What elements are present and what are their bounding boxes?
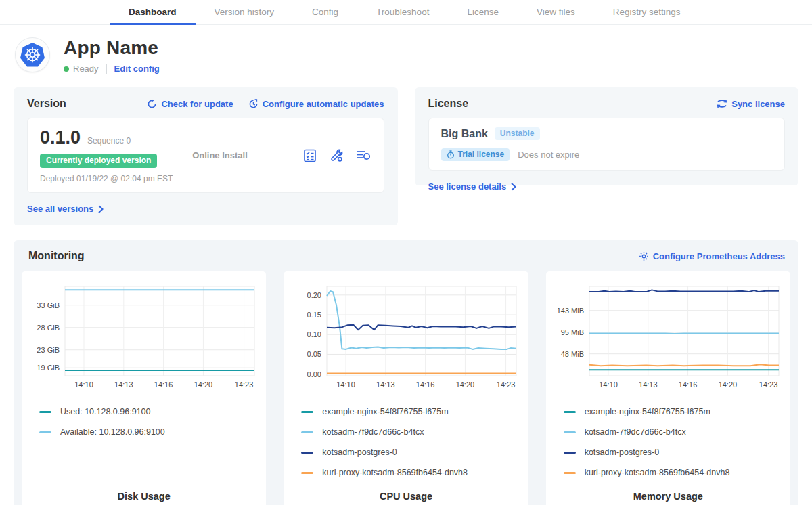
legend-label: kotsadm-postgres-0: [585, 447, 659, 457]
license-panel-title: License: [428, 97, 469, 110]
legend-swatch: [301, 431, 313, 433]
monitoring-title: Monitoring: [28, 250, 85, 262]
edit-config-icon[interactable]: [329, 148, 344, 163]
trial-license-badge: Trial license: [441, 148, 510, 161]
tab-registry-settings[interactable]: Registry settings: [594, 0, 700, 25]
legend-item: kotsadm-postgres-0: [564, 447, 786, 457]
svg-text:143 MiB: 143 MiB: [556, 307, 583, 315]
tab-dashboard[interactable]: Dashboard: [110, 0, 196, 25]
license-assignee: Big Bank: [441, 128, 488, 140]
version-panel: Version Check for update Configure autom…: [14, 87, 398, 225]
chart-title-memory: Memory Usage: [550, 491, 786, 502]
legend-label: kotsadm-postgres-0: [322, 447, 397, 457]
svg-text:14:16: 14:16: [416, 380, 435, 389]
monitoring-panel: Monitoring Configure Prometheus Address …: [14, 240, 798, 505]
sync-license-link[interactable]: Sync license: [717, 99, 785, 109]
svg-text:0.10: 0.10: [307, 330, 321, 338]
disk-usage-chart: 19 GiB23 GiB28 GiB33 GiB14:1014:1314:161…: [26, 280, 262, 397]
license-expiry: Does not expire: [518, 150, 579, 160]
legend-item: kotsadm-7f9dc7d66c-b4tcx: [301, 427, 524, 437]
svg-text:14:13: 14:13: [639, 380, 658, 389]
svg-text:0.15: 0.15: [307, 311, 321, 319]
disk-usage-legend: Used: 10.128.0.96:9100Available: 10.128.…: [39, 407, 262, 447]
svg-text:48 MiB: 48 MiB: [560, 350, 583, 358]
svg-text:0.05: 0.05: [307, 350, 321, 358]
schedule-update-icon: [248, 99, 258, 109]
cpu-usage-chart-card: 0.000.050.100.150.2014:1014:1314:1614:20…: [284, 271, 528, 505]
svg-text:14:20: 14:20: [194, 380, 213, 389]
page-title: App Name: [64, 37, 160, 59]
chart-title-disk: Disk Usage: [26, 491, 262, 502]
legend-swatch: [39, 411, 51, 413]
svg-text:14:16: 14:16: [154, 380, 173, 389]
refresh-icon: [147, 99, 157, 109]
configure-prometheus-link[interactable]: Configure Prometheus Address: [639, 251, 785, 261]
svg-text:95 MiB: 95 MiB: [560, 328, 583, 336]
deploy-logs-icon[interactable]: [355, 148, 371, 163]
svg-text:33 GiB: 33 GiB: [37, 301, 60, 309]
svg-text:0.00: 0.00: [307, 370, 321, 378]
legend-label: Available: 10.128.0.96:9100: [60, 427, 165, 437]
svg-text:14:23: 14:23: [497, 380, 516, 389]
svg-text:14:16: 14:16: [678, 380, 697, 389]
svg-text:0.20: 0.20: [307, 291, 321, 299]
svg-text:14:10: 14:10: [74, 380, 93, 389]
legend-swatch: [564, 411, 576, 413]
chevron-right-icon: [510, 183, 516, 191]
svg-text:23 GiB: 23 GiB: [37, 346, 60, 354]
tab-config[interactable]: Config: [293, 0, 357, 25]
kubernetes-logo-icon: [15, 37, 50, 72]
legend-item: kotsadm-postgres-0: [301, 447, 524, 457]
legend-swatch: [564, 452, 576, 454]
license-card: Big Bank Unstable Trial license Does not…: [428, 118, 786, 171]
legend-item: kotsadm-7f9dc7d66c-b4tcx: [564, 427, 786, 437]
legend-label: kotsadm-7f9dc7d66c-b4tcx: [585, 427, 686, 437]
memory-usage-chart: 48 MiB95 MiB143 MiB14:1014:1314:1614:201…: [550, 280, 786, 397]
cpu-usage-legend: example-nginx-54f8f76755-l675mkotsadm-7f…: [301, 407, 524, 488]
tab-version-history[interactable]: Version history: [196, 0, 294, 25]
svg-text:14:20: 14:20: [718, 380, 737, 389]
legend-swatch: [301, 452, 313, 454]
deployed-badge: Currently deployed version: [40, 154, 157, 168]
status-badge: Ready: [73, 64, 99, 74]
version-sequence: Sequence 0: [87, 136, 131, 146]
see-license-details-link[interactable]: See license details: [428, 181, 517, 192]
disk-usage-chart-card: 19 GiB23 GiB28 GiB33 GiB14:1014:1314:161…: [22, 271, 266, 505]
check-for-update-link[interactable]: Check for update: [147, 99, 233, 109]
legend-swatch: [301, 472, 313, 474]
legend-item: Available: 10.128.0.96:9100: [39, 427, 262, 437]
tab-troubleshoot[interactable]: Troubleshoot: [357, 0, 448, 25]
memory-usage-legend: example-nginx-54f8f76755-l675mkotsadm-7f…: [564, 407, 786, 488]
legend-label: kotsadm-7f9dc7d66c-b4tcx: [322, 427, 424, 437]
preflight-checks-icon[interactable]: [302, 148, 317, 163]
svg-text:14:13: 14:13: [376, 380, 395, 389]
sync-icon: [717, 99, 727, 108]
cpu-usage-chart: 0.000.050.100.150.2014:1014:1314:1614:20…: [288, 280, 524, 397]
version-number: 0.1.0: [40, 127, 81, 148]
svg-text:14:10: 14:10: [599, 380, 618, 389]
current-version-card: 0.1.0 Sequence 0 Currently deployed vers…: [27, 118, 384, 193]
legend-swatch: [301, 411, 313, 413]
svg-text:14:10: 14:10: [337, 380, 356, 389]
see-all-versions-link[interactable]: See all versions: [27, 204, 104, 214]
main-nav: Dashboard Version history Config Trouble…: [0, 0, 812, 25]
tab-view-files[interactable]: View files: [518, 0, 594, 25]
svg-text:14:13: 14:13: [114, 380, 133, 389]
version-panel-title: Version: [27, 97, 66, 110]
app-header: App Name Ready Edit config: [0, 25, 812, 78]
legend-label: example-nginx-54f8f76755-l675m: [322, 407, 448, 416]
svg-text:19 GiB: 19 GiB: [37, 364, 60, 372]
status-dot: [64, 66, 69, 72]
svg-text:14:23: 14:23: [759, 380, 777, 389]
legend-swatch: [564, 472, 576, 474]
legend-label: kurl-proxy-kotsadm-8569fb6454-dnvh8: [585, 468, 730, 477]
legend-item: kurl-proxy-kotsadm-8569fb6454-dnvh8: [301, 468, 524, 477]
edit-config-link[interactable]: Edit config: [114, 64, 160, 74]
svg-text:14:20: 14:20: [456, 380, 475, 389]
legend-label: example-nginx-54f8f76755-l675m: [585, 407, 710, 416]
configure-automatic-updates-link[interactable]: Configure automatic updates: [248, 99, 384, 109]
legend-swatch: [564, 431, 576, 433]
tab-license[interactable]: License: [448, 0, 518, 25]
svg-text:28 GiB: 28 GiB: [37, 324, 60, 332]
chart-title-cpu: CPU Usage: [288, 491, 524, 502]
